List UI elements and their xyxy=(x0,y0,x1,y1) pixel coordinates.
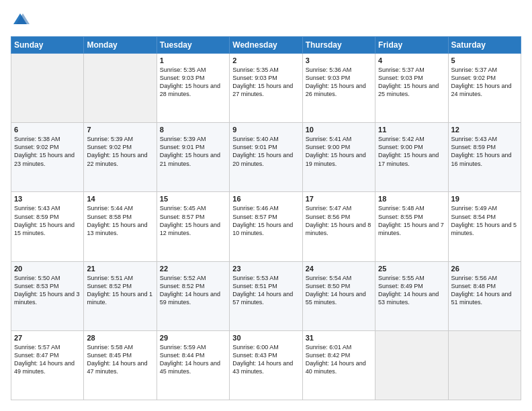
day-info: Sunrise: 5:53 AMSunset: 8:51 PMDaylight:… xyxy=(232,274,299,307)
day-info: Sunrise: 5:44 AMSunset: 8:58 PMDaylight:… xyxy=(87,204,153,237)
day-info: Sunrise: 5:54 AMSunset: 8:50 PMDaylight:… xyxy=(306,274,372,307)
day-info: Sunrise: 5:39 AMSunset: 9:01 PMDaylight:… xyxy=(160,135,226,168)
day-info: Sunrise: 5:59 AMSunset: 8:44 PMDaylight:… xyxy=(160,343,226,376)
day-number: 24 xyxy=(306,265,372,273)
day-number: 16 xyxy=(232,195,299,203)
day-number: 9 xyxy=(232,126,299,134)
day-info: Sunrise: 5:37 AMSunset: 9:02 PMDaylight:… xyxy=(451,66,518,99)
logo xyxy=(11,11,32,30)
day-info: Sunrise: 5:52 AMSunset: 8:52 PMDaylight:… xyxy=(160,274,226,307)
day-number: 21 xyxy=(87,265,153,273)
day-number: 4 xyxy=(378,56,445,64)
day-number: 11 xyxy=(378,126,445,134)
day-info: Sunrise: 5:43 AMSunset: 8:59 PMDaylight:… xyxy=(14,204,81,237)
calendar-cell xyxy=(11,54,84,123)
calendar-cell: 16Sunrise: 5:46 AMSunset: 8:57 PMDayligh… xyxy=(230,192,302,261)
calendar-cell: 13Sunrise: 5:43 AMSunset: 8:59 PMDayligh… xyxy=(11,192,84,261)
calendar-cell: 30Sunrise: 6:00 AMSunset: 8:43 PMDayligh… xyxy=(230,330,302,400)
calendar-cell: 1Sunrise: 5:35 AMSunset: 9:03 PMDaylight… xyxy=(157,54,229,123)
day-number: 7 xyxy=(87,126,153,134)
day-number: 29 xyxy=(160,334,226,342)
calendar-week-row: 6Sunrise: 5:38 AMSunset: 9:02 PMDaylight… xyxy=(11,123,521,192)
col-header-tuesday: Tuesday xyxy=(157,37,229,54)
day-info: Sunrise: 5:45 AMSunset: 8:57 PMDaylight:… xyxy=(160,204,226,237)
day-info: Sunrise: 6:01 AMSunset: 8:42 PMDaylight:… xyxy=(306,343,372,376)
day-number: 1 xyxy=(160,56,226,64)
calendar-cell: 12Sunrise: 5:43 AMSunset: 8:59 PMDayligh… xyxy=(448,123,521,192)
col-header-friday: Friday xyxy=(375,37,448,54)
calendar-week-row: 27Sunrise: 5:57 AMSunset: 8:47 PMDayligh… xyxy=(11,330,521,400)
calendar-cell xyxy=(84,54,157,123)
day-info: Sunrise: 5:47 AMSunset: 8:56 PMDaylight:… xyxy=(306,204,372,237)
calendar-cell: 6Sunrise: 5:38 AMSunset: 9:02 PMDaylight… xyxy=(11,123,84,192)
header xyxy=(11,11,521,30)
day-info: Sunrise: 5:39 AMSunset: 9:02 PMDaylight:… xyxy=(87,135,153,168)
day-info: Sunrise: 5:37 AMSunset: 9:03 PMDaylight:… xyxy=(378,66,445,99)
calendar-cell: 9Sunrise: 5:40 AMSunset: 9:01 PMDaylight… xyxy=(230,123,302,192)
calendar-cell: 27Sunrise: 5:57 AMSunset: 8:47 PMDayligh… xyxy=(11,330,84,400)
day-info: Sunrise: 5:41 AMSunset: 9:00 PMDaylight:… xyxy=(306,135,372,168)
calendar-cell: 17Sunrise: 5:47 AMSunset: 8:56 PMDayligh… xyxy=(302,192,375,261)
day-number: 25 xyxy=(378,265,445,273)
day-number: 18 xyxy=(378,195,445,203)
calendar-cell: 29Sunrise: 5:59 AMSunset: 8:44 PMDayligh… xyxy=(157,330,229,400)
day-number: 14 xyxy=(87,195,153,203)
col-header-thursday: Thursday xyxy=(302,37,375,54)
day-number: 19 xyxy=(451,195,518,203)
day-info: Sunrise: 5:46 AMSunset: 8:57 PMDaylight:… xyxy=(232,204,299,237)
day-number: 8 xyxy=(160,126,226,134)
calendar-cell: 11Sunrise: 5:42 AMSunset: 9:00 PMDayligh… xyxy=(375,123,448,192)
day-number: 23 xyxy=(232,265,299,273)
day-number: 30 xyxy=(232,334,299,342)
day-number: 17 xyxy=(306,195,372,203)
day-number: 31 xyxy=(306,334,372,342)
calendar-cell: 20Sunrise: 5:50 AMSunset: 8:53 PMDayligh… xyxy=(11,261,84,330)
calendar-week-row: 1Sunrise: 5:35 AMSunset: 9:03 PMDaylight… xyxy=(11,54,521,123)
calendar-cell: 31Sunrise: 6:01 AMSunset: 8:42 PMDayligh… xyxy=(302,330,375,400)
day-number: 15 xyxy=(160,195,226,203)
calendar-cell: 23Sunrise: 5:53 AMSunset: 8:51 PMDayligh… xyxy=(230,261,302,330)
calendar-cell: 15Sunrise: 5:45 AMSunset: 8:57 PMDayligh… xyxy=(157,192,229,261)
calendar-cell: 10Sunrise: 5:41 AMSunset: 9:00 PMDayligh… xyxy=(302,123,375,192)
day-number: 20 xyxy=(14,265,81,273)
calendar-table: SundayMondayTuesdayWednesdayThursdayFrid… xyxy=(11,36,521,400)
col-header-sunday: Sunday xyxy=(11,37,84,54)
day-number: 12 xyxy=(451,126,518,134)
day-number: 5 xyxy=(451,56,518,64)
calendar-cell: 3Sunrise: 5:36 AMSunset: 9:03 PMDaylight… xyxy=(302,54,375,123)
day-info: Sunrise: 5:55 AMSunset: 8:49 PMDaylight:… xyxy=(378,274,445,307)
calendar-cell: 21Sunrise: 5:51 AMSunset: 8:52 PMDayligh… xyxy=(84,261,157,330)
day-info: Sunrise: 5:58 AMSunset: 8:45 PMDaylight:… xyxy=(87,343,153,376)
day-info: Sunrise: 5:51 AMSunset: 8:52 PMDaylight:… xyxy=(87,274,153,307)
calendar-cell: 7Sunrise: 5:39 AMSunset: 9:02 PMDaylight… xyxy=(84,123,157,192)
day-info: Sunrise: 5:48 AMSunset: 8:55 PMDaylight:… xyxy=(378,204,445,237)
day-info: Sunrise: 5:35 AMSunset: 9:03 PMDaylight:… xyxy=(232,66,299,99)
calendar-cell: 18Sunrise: 5:48 AMSunset: 8:55 PMDayligh… xyxy=(375,192,448,261)
calendar-week-row: 13Sunrise: 5:43 AMSunset: 8:59 PMDayligh… xyxy=(11,192,521,261)
calendar-cell: 4Sunrise: 5:37 AMSunset: 9:03 PMDaylight… xyxy=(375,54,448,123)
calendar-cell: 26Sunrise: 5:56 AMSunset: 8:48 PMDayligh… xyxy=(448,261,521,330)
day-info: Sunrise: 5:56 AMSunset: 8:48 PMDaylight:… xyxy=(451,274,518,307)
calendar-header-row: SundayMondayTuesdayWednesdayThursdayFrid… xyxy=(11,37,521,54)
calendar-week-row: 20Sunrise: 5:50 AMSunset: 8:53 PMDayligh… xyxy=(11,261,521,330)
day-number: 13 xyxy=(14,195,81,203)
day-info: Sunrise: 5:40 AMSunset: 9:01 PMDaylight:… xyxy=(232,135,299,168)
calendar-cell: 8Sunrise: 5:39 AMSunset: 9:01 PMDaylight… xyxy=(157,123,229,192)
day-number: 10 xyxy=(306,126,372,134)
day-info: Sunrise: 5:50 AMSunset: 8:53 PMDaylight:… xyxy=(14,274,81,307)
col-header-monday: Monday xyxy=(84,37,157,54)
day-number: 22 xyxy=(160,265,226,273)
calendar-cell: 19Sunrise: 5:49 AMSunset: 8:54 PMDayligh… xyxy=(448,192,521,261)
calendar-cell: 14Sunrise: 5:44 AMSunset: 8:58 PMDayligh… xyxy=(84,192,157,261)
page: SundayMondayTuesdayWednesdayThursdayFrid… xyxy=(0,0,532,411)
col-header-wednesday: Wednesday xyxy=(230,37,302,54)
day-info: Sunrise: 5:38 AMSunset: 9:02 PMDaylight:… xyxy=(14,135,81,168)
day-info: Sunrise: 6:00 AMSunset: 8:43 PMDaylight:… xyxy=(232,343,299,376)
day-info: Sunrise: 5:57 AMSunset: 8:47 PMDaylight:… xyxy=(14,343,81,376)
day-info: Sunrise: 5:35 AMSunset: 9:03 PMDaylight:… xyxy=(160,66,226,99)
day-number: 6 xyxy=(14,126,81,134)
day-number: 2 xyxy=(232,56,299,64)
col-header-saturday: Saturday xyxy=(448,37,521,54)
day-number: 27 xyxy=(14,334,81,342)
calendar-cell xyxy=(448,330,521,400)
